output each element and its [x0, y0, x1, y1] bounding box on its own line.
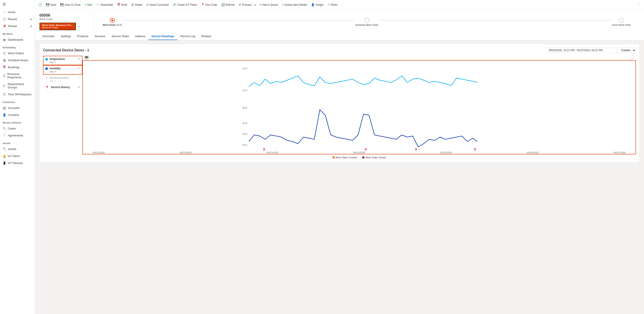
assign-button[interactable]: 👤 Assign [309, 2, 325, 8]
sidebar-item-bookings[interactable]: 📅 Bookings [0, 64, 35, 71]
stage-label-3: Close Work Order [612, 24, 631, 26]
status-badge[interactable]: Work Order Business Pro... Active for 6 … [39, 22, 76, 30]
book-button[interactable]: 📅 Book [115, 2, 129, 8]
sidebar-item-cases[interactable]: 🔧 Cases [0, 125, 35, 132]
new-button[interactable]: + New [83, 2, 94, 8]
refresh-button[interactable]: 🔄 Refresh [220, 2, 236, 8]
save-close-button[interactable]: 💾 Save & Close [58, 2, 82, 8]
tab-service-tasks[interactable]: Service Tasks [108, 33, 132, 40]
x-label-2: 04/22/2020 [180, 151, 192, 154]
deactivate-button[interactable]: 📄 Deactivate [94, 2, 115, 8]
assign-label: Assign [316, 3, 323, 6]
service-history-eye-icon[interactable]: 👁 [78, 86, 80, 88]
history-icon[interactable]: 🕐 [37, 2, 44, 7]
share-button[interactable]: ↗ Share [326, 2, 339, 8]
chart-svg-area: ⋯ 14.6 14.4 50.8 50.6 50.4 50.2 [82, 56, 636, 159]
service-history-label: Service History [51, 86, 70, 89]
sidebar-item-accounts[interactable]: 🏢 Accounts [0, 104, 35, 111]
temperature-chevron-icon[interactable]: ∨ [54, 60, 56, 64]
process-caret-button[interactable]: ∨ [253, 2, 257, 8]
svg-text:14.4: 14.4 [243, 89, 247, 92]
sidebar-item-work-orders[interactable]: ☰ Work Orders [0, 50, 35, 57]
sidebar-item-iot-devices[interactable]: 📱 IoT Devices [0, 160, 35, 166]
temperature-eye-icon[interactable]: 👁 [78, 58, 80, 60]
dashboards-icon: ▦ [2, 38, 6, 41]
tabs: Summary Settings Products Services Servi… [39, 33, 640, 40]
accelerometerz-chevron-icon[interactable]: ∨ [54, 79, 56, 82]
footer-item-closed: Work Order Closed [362, 156, 386, 159]
hamburger-menu[interactable]: ☰ [0, 0, 35, 8]
tab-products[interactable]: Products [74, 33, 92, 40]
humidity-eye-icon[interactable]: 👁 [78, 67, 80, 70]
sidebar-item-assets[interactable]: 🔧 Assets [0, 146, 35, 152]
stage-work-order[interactable]: Work Order (6 D) [103, 18, 122, 26]
contacts-icon: 👤 [2, 113, 6, 116]
sidebar-item-recent[interactable]: 🕐 Recent ∨ [0, 16, 35, 22]
tab-summary[interactable]: Summary [39, 33, 58, 40]
delete-button[interactable]: 🗑 Delete [130, 2, 144, 8]
tab-settings[interactable]: Settings [58, 33, 74, 40]
sidebar-item-pinned[interactable]: 📌 Pinned ∨ [0, 22, 35, 30]
more-options-icon[interactable]: ⋮ [635, 1, 642, 8]
temperature-sub: avg ∨ [50, 60, 65, 64]
legend-accelerometerz[interactable]: accelerometerZ avg ∨ 👁 [43, 74, 82, 84]
tab-related[interactable]: Related [198, 33, 214, 40]
sidebar-item-work-orders-label: Work Orders [8, 52, 24, 55]
sidebar-item-time-off[interactable]: ☰ Time Off Requests [0, 91, 35, 98]
stage-circle-3 [619, 18, 624, 23]
stage-dot-active [112, 20, 113, 21]
stage-connector-2 [378, 20, 612, 20]
tab-record-log[interactable]: Record Log [178, 33, 198, 40]
sidebar-item-dashboards[interactable]: ▦ Dashboards [0, 36, 35, 43]
send-command-button[interactable]: ✉ Send Command [145, 2, 170, 8]
save-button[interactable]: 💾 Save [44, 2, 58, 8]
tab-address[interactable]: Address [132, 33, 149, 40]
legend-service-history[interactable]: 📍 Service History 👁 [43, 84, 82, 91]
save-close-icon: 💾 [60, 3, 64, 6]
status-collapse-button[interactable]: ‹ [78, 24, 80, 29]
queue-item-details-button[interactable]: ≡ Queue Item Details [280, 2, 309, 8]
legend-humidity[interactable]: humidity avg ∨ 👁 [43, 65, 82, 74]
chart-more-icon[interactable]: ⋯ [631, 56, 634, 60]
sidebar-item-home[interactable]: ⌂ Home [0, 8, 35, 16]
process-button[interactable]: ⚙ Process [237, 2, 253, 8]
stage-close[interactable]: Close Work Order [612, 18, 631, 26]
footer-item-created: Work Order Created [332, 156, 357, 159]
accelerometerz-eye-icon[interactable]: 👁 [78, 76, 80, 79]
tab-device-readings[interactable]: Device Readings [148, 33, 177, 40]
stage-schedule[interactable]: Schedule Work Order [355, 18, 378, 26]
sidebar-item-requirement-groups-label: Requirement Groups [8, 82, 32, 89]
tab-services[interactable]: Services [92, 33, 108, 40]
sidebar-item-requirement-groups[interactable]: ☰ Requirement Groups [0, 81, 35, 91]
time-off-icon: ☰ [2, 92, 6, 96]
date-range-input[interactable] [547, 48, 617, 53]
queue-item-details-icon: ≡ [282, 3, 284, 6]
bookings-icon: 📅 [2, 66, 6, 69]
svg-text:50.6: 50.6 [243, 122, 247, 124]
sidebar-item-contacts[interactable]: 👤 Contacts [0, 111, 35, 118]
accounts-icon: 🏢 [2, 106, 6, 110]
legend-temperature[interactable]: temperature avg ∨ 👁 [43, 56, 82, 65]
recent-icon: 🕐 [2, 17, 6, 21]
sidebar-item-accounts-label: Accounts [8, 106, 20, 110]
footer-label-created: Work Order Created [336, 156, 357, 159]
svg-text:50.4: 50.4 [243, 133, 247, 135]
stage-circle-2 [364, 18, 369, 23]
sidebar-item-agreements[interactable]: 📄 Agreements [0, 132, 35, 139]
sidebar-item-resource-req[interactable]: ☰ Resource Requireme... [0, 71, 35, 81]
sidebar-item-iot-alerts-label: IoT Alerts [8, 154, 20, 158]
sidebar-item-iot-alerts[interactable]: 🔔 IoT Alerts [0, 152, 35, 160]
geo-code-button[interactable]: 📍 Geo Code [199, 2, 219, 8]
create-iot-flows-button[interactable]: 🔗 Create IoT Flows [171, 2, 199, 8]
sidebar-item-bookings-label: Bookings [8, 66, 20, 69]
chart-header: Connected Device Demo - 1 Custom [43, 48, 636, 53]
sidebar-section-service-delivery: Service Delivery [0, 119, 35, 125]
chart-type-select[interactable]: Custom [618, 48, 636, 53]
footer-dot-closed [362, 156, 364, 158]
sidebar-item-schedule-board[interactable]: ▦ Schedule Board [0, 57, 35, 64]
humidity-chevron-icon[interactable]: ∨ [54, 70, 56, 73]
status-badge-sub: Active for 6 days [42, 26, 58, 29]
x-label-1: 04/21/2020 [93, 151, 105, 154]
add-to-queue-button[interactable]: ≡ Add to Queue [258, 2, 280, 8]
delete-label: Delete [135, 3, 142, 6]
